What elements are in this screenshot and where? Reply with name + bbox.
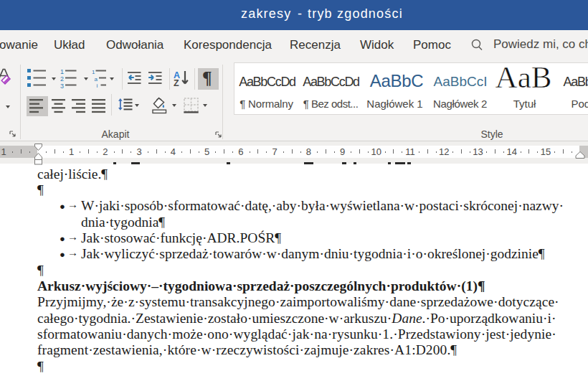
svg-text:1: 1 [60, 68, 64, 75]
svg-text:1: 1 [92, 69, 95, 75]
svg-text:i: i [97, 83, 98, 88]
svg-text:2: 2 [60, 75, 64, 83]
svg-text:Z: Z [174, 78, 179, 87]
svg-text:3: 3 [60, 83, 64, 89]
svg-text:a: a [95, 76, 98, 83]
